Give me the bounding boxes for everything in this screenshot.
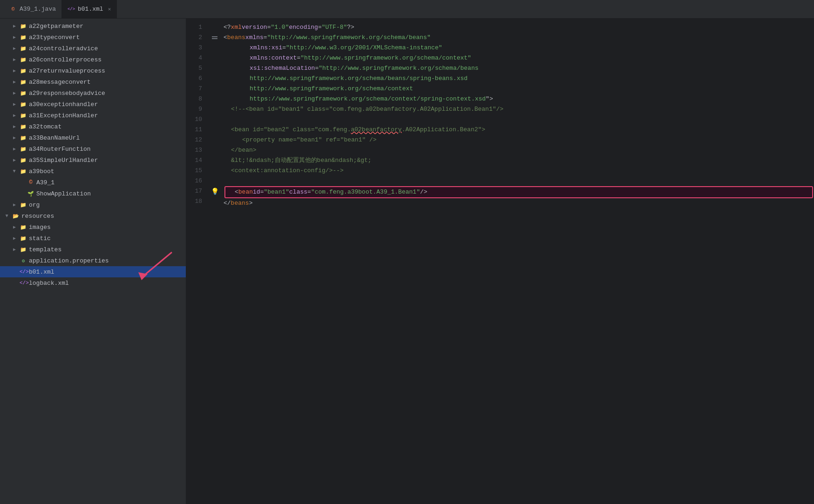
folder-icon: 📂 xyxy=(12,212,20,220)
package-icon: 📁 xyxy=(20,34,27,41)
tab-close-button[interactable]: ✕ xyxy=(108,6,111,12)
tree-label: a23typeconvert xyxy=(29,34,80,41)
package-icon: 📁 xyxy=(20,78,27,86)
arrow-icon: ▶ xyxy=(11,123,18,130)
arrow-icon: ▶ xyxy=(11,56,18,63)
tree-label: a29responsebodyadvice xyxy=(29,90,105,97)
tab-label-A39_1: A39_1.java xyxy=(20,6,56,13)
tree-label: A39_1 xyxy=(36,179,54,186)
tree-label: application.properties xyxy=(29,257,109,264)
package-icon: 📁 xyxy=(20,22,27,30)
xml-file-icon: </> xyxy=(20,280,27,286)
tree-item-images[interactable]: ▶ 📁 images xyxy=(0,222,186,233)
arrow-icon: ▶ xyxy=(11,34,18,40)
code-editor[interactable]: 1 2 3 4 5 6 7 8 9 10 11 12 13 14 15 16 1… xyxy=(186,19,814,504)
tree-item-a30exceptionhandler[interactable]: ▶ 📁 a30exceptionhandler xyxy=(0,99,186,110)
arrow-icon: ▶ xyxy=(11,90,18,96)
xml-icon: </> xyxy=(68,6,75,13)
java-file-icon: © xyxy=(27,179,34,186)
code-line-15: <context:annotation-config/>--> xyxy=(224,166,814,176)
tree-label: a32tomcat xyxy=(29,123,61,130)
tree-item-a31ExceptionHandler[interactable]: ▶ 📁 a31ExceptionHandler xyxy=(0,110,186,121)
tree-item-a28messageconvert[interactable]: ▶ 📁 a28messageconvert xyxy=(0,76,186,87)
svg-rect-3 xyxy=(212,38,217,39)
tree-item-A39_1[interactable]: ▶ © A39_1 xyxy=(0,177,186,188)
tree-item-a23typeconvert[interactable]: ▶ 📁 a23typeconvert xyxy=(0,32,186,43)
arrow-icon: ▶ xyxy=(11,146,18,152)
tree-label: a31ExceptionHandler xyxy=(29,112,98,119)
tab-label-b01xml: b01.xml xyxy=(78,6,103,13)
arrow-icon: ▶ xyxy=(4,213,10,219)
main-content: ▶ 📁 a22getparameter ▶ 📁 a23typeconvert ▶… xyxy=(0,19,814,504)
tree-item-org[interactable]: ▶ 📁 org xyxy=(0,199,186,210)
code-line-12: <property name="bean1" ref="bean1" /> xyxy=(224,135,814,145)
tree-item-static[interactable]: ▶ 📁 static xyxy=(0,233,186,244)
arrow-icon: ▶ xyxy=(11,202,18,208)
tree-item-a22getparameter[interactable]: ▶ 📁 a22getparameter xyxy=(0,20,186,32)
code-line-11: <bean id="bean2" class="com.feng.a02bean… xyxy=(224,125,814,135)
tree-item-a26controllerprocess[interactable]: ▶ 📁 a26controllerprocess xyxy=(0,54,186,65)
code-line-13: </bean> xyxy=(224,145,814,155)
tree-label: a34RouterFunction xyxy=(29,146,91,153)
tree-item-a27returnvalueprocess[interactable]: ▶ 📁 a27returnvalueprocess xyxy=(0,65,186,76)
tab-A39_1[interactable]: © A39_1.java xyxy=(4,0,62,19)
package-icon: 📁 xyxy=(20,145,27,153)
tree-label: static xyxy=(29,235,51,242)
tree-item-ShowApplication[interactable]: ▶ 🌱 ShowApplication xyxy=(0,188,186,199)
package-icon: 📁 xyxy=(20,168,27,175)
code-line-9: <!--<bean id="bean1" class="com.feng.a02… xyxy=(224,104,814,114)
code-line-18: </beans> xyxy=(224,198,814,208)
package-icon: 📁 xyxy=(20,56,27,63)
arrow-icon: ▶ xyxy=(11,67,18,74)
tree-label: org xyxy=(29,202,40,208)
tree-label: a22getparameter xyxy=(29,23,83,30)
code-line-17: <bean id="bean1" class="com.feng.a39boot… xyxy=(224,186,813,198)
arrow-icon: ▶ xyxy=(11,224,18,230)
properties-icon: ⚙ xyxy=(20,258,27,264)
folder-icon: 📁 xyxy=(20,246,27,253)
code-line-14: &lt;!&ndash;自动配置其他的bean&ndash;&gt; xyxy=(224,155,814,166)
tree-label: a27returnvalueprocess xyxy=(29,67,105,74)
package-icon: 📁 xyxy=(20,45,27,52)
arrow-icon: ▶ xyxy=(11,112,18,119)
arrow-icon: ▶ xyxy=(11,157,18,163)
arrow-icon: ▶ xyxy=(11,101,18,108)
arrow-icon: ▶ xyxy=(11,79,18,85)
tree-label: templates xyxy=(29,246,61,253)
tree-label: a35SimpleUrlHandler xyxy=(29,157,98,164)
tree-item-resources[interactable]: ▶ 📂 resources xyxy=(0,210,186,222)
code-line-10 xyxy=(224,114,814,125)
tree-item-a34RouterFunction[interactable]: ▶ 📁 a34RouterFunction xyxy=(0,143,186,155)
tree-label: a33BeanNameUrl xyxy=(29,134,80,141)
tab-b01xml[interactable]: </> b01.xml ✕ xyxy=(62,0,117,19)
file-tree: ▶ 📁 a22getparameter ▶ 📁 a23typeconvert ▶… xyxy=(0,19,186,504)
spring-icon: 🌱 xyxy=(27,191,34,197)
tree-item-a35SimpleUrlHandler[interactable]: ▶ 📁 a35SimpleUrlHandler xyxy=(0,155,186,166)
tree-label: a26controllerprocess xyxy=(29,56,102,63)
tree-label: a30exceptionhandler xyxy=(29,101,98,108)
tree-item-b01xml[interactable]: ▶ </> b01.xml xyxy=(0,266,186,277)
package-icon: 📁 xyxy=(20,156,27,164)
tree-item-a29responsebodyadvice[interactable]: ▶ 📁 a29responsebodyadvice xyxy=(0,87,186,99)
arrow-icon: ▶ xyxy=(11,168,18,175)
code-line-3: xmlns:xsi="http://www.w3.org/2001/XMLSch… xyxy=(224,43,814,53)
tree-item-a24controlleradvice[interactable]: ▶ 📁 a24controlleradvice xyxy=(0,43,186,54)
package-icon: 📁 xyxy=(20,101,27,108)
bulb-icon[interactable]: 💡 xyxy=(211,188,219,195)
code-line-6: http://www.springframework.org/schema/be… xyxy=(224,74,814,84)
tree-item-a32tomcat[interactable]: ▶ 📁 a32tomcat xyxy=(0,121,186,132)
tree-item-a33BeanNameUrl[interactable]: ▶ 📁 a33BeanNameUrl xyxy=(0,132,186,143)
arrow-icon: ▶ xyxy=(11,23,18,29)
code-line-2: <beans xmlns="http://www.springframework… xyxy=(224,33,814,43)
code-line-5: xsi:schemaLocation="http://www.springfra… xyxy=(224,63,814,74)
tree-label: resources xyxy=(21,213,54,220)
package-icon: 📁 xyxy=(20,123,27,130)
gutter: 💡 xyxy=(210,22,220,208)
tree-label: a24controlleradvice xyxy=(29,45,98,52)
tree-item-a39boot[interactable]: ▶ 📁 a39boot xyxy=(0,166,186,177)
package-icon: 📁 xyxy=(20,89,27,97)
code-container: 1 2 3 4 5 6 7 8 9 10 11 12 13 14 15 16 1… xyxy=(186,19,814,212)
code-lines: <?xml version="1.0" encoding="UTF-8"?> <… xyxy=(220,22,814,208)
line-numbers: 1 2 3 4 5 6 7 8 9 10 11 12 13 14 15 16 1… xyxy=(186,22,210,208)
xml-file-icon: </> xyxy=(20,269,27,275)
